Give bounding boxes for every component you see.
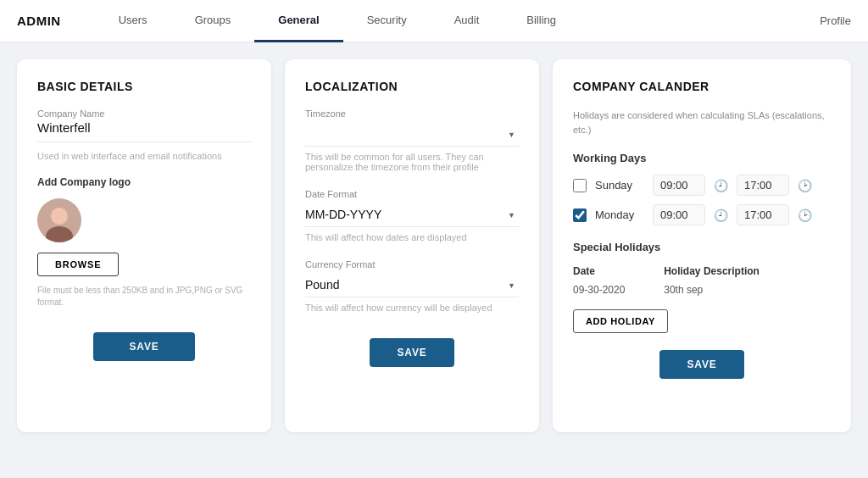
date-format-hint: This will affect how dates are displayed xyxy=(305,232,519,242)
company-name-hint: Used in web interface and email notifica… xyxy=(37,151,251,161)
holiday-description: 30th sep xyxy=(664,281,831,299)
currency-format-label: Currency Format xyxy=(305,259,519,270)
nav-item-general[interactable]: General xyxy=(254,0,342,42)
currency-format-hint: This will affect how currency will be di… xyxy=(305,303,519,313)
timezone-hint: This will be common for all users. They … xyxy=(305,152,519,172)
nav-item-profile[interactable]: Profile xyxy=(820,14,851,27)
date-format-label: Date Format xyxy=(305,189,519,199)
company-name-divider xyxy=(37,142,251,142)
timezone-label: Timezone xyxy=(305,108,519,119)
monday-start-time[interactable] xyxy=(653,204,705,225)
timezone-select-wrapper xyxy=(305,122,519,147)
monday-end-clock-icon: 🕑 xyxy=(798,208,812,222)
localization-card: LOCALIZATION Timezone This will be commo… xyxy=(285,59,539,432)
top-nav: ADMIN Users Groups General Security Audi… xyxy=(0,0,868,42)
localization-save-button[interactable]: SAVE xyxy=(370,338,454,367)
nav-item-users[interactable]: Users xyxy=(95,0,171,42)
sunday-start-clock-icon: 🕘 xyxy=(714,179,728,192)
company-calendar-title: COMPANY CALANDER xyxy=(573,80,831,93)
day-row-monday: Monday 🕘 🕑 xyxy=(573,204,831,225)
sunday-end-clock-icon: 🕑 xyxy=(798,179,812,192)
nav-item-security[interactable]: Security xyxy=(343,0,431,42)
timezone-select[interactable] xyxy=(305,122,519,147)
add-logo-label: Add Company logo xyxy=(37,176,251,188)
currency-format-select[interactable]: Pound xyxy=(305,273,519,297)
nav-item-groups[interactable]: Groups xyxy=(171,0,255,42)
file-format-hint: File must be less than 250KB and in JPG,… xyxy=(37,285,251,308)
monday-end-time[interactable] xyxy=(737,204,789,225)
company-calendar-subtitle: Holidays are considered when calculating… xyxy=(573,108,831,136)
main-content: BASIC DETAILS Company Name Winterfell Us… xyxy=(0,42,868,449)
company-name-label: Company Name xyxy=(37,108,251,119)
nav-brand: ADMIN xyxy=(17,14,61,28)
nav-item-audit[interactable]: Audit xyxy=(431,0,504,42)
basic-details-title: BASIC DETAILS xyxy=(37,80,251,93)
basic-details-card: BASIC DETAILS Company Name Winterfell Us… xyxy=(17,59,271,432)
date-format-select[interactable]: MM-DD-YYYY xyxy=(305,203,519,227)
day-row-sunday: Sunday 🕘 🕑 xyxy=(573,175,831,196)
sunday-start-time[interactable] xyxy=(653,175,705,196)
holidays-table: Date Holiday Description 09-30-2020 30th… xyxy=(573,262,831,299)
holidays-col-date: Date xyxy=(573,262,664,281)
currency-format-select-wrapper: Pound xyxy=(305,273,519,297)
monday-label: Monday xyxy=(595,208,644,221)
add-holiday-button[interactable]: ADD HOLIDAY xyxy=(573,309,668,333)
browse-button[interactable]: BROWSE xyxy=(37,253,119,276)
date-format-select-wrapper: MM-DD-YYYY xyxy=(305,203,519,227)
working-days-title: Working Days xyxy=(573,152,831,164)
sunday-checkbox[interactable] xyxy=(573,179,587,192)
localization-save-area: SAVE xyxy=(305,338,519,367)
nav-items: Users Groups General Security Audit Bill… xyxy=(95,0,820,42)
nav-item-billing[interactable]: Billing xyxy=(503,0,580,42)
localization-title: LOCALIZATION xyxy=(305,80,519,93)
holiday-date: 09-30-2020 xyxy=(573,281,664,299)
holiday-row: 09-30-2020 30th sep xyxy=(573,281,831,299)
monday-start-clock-icon: 🕘 xyxy=(714,208,728,222)
svg-point-1 xyxy=(51,208,68,225)
holidays-col-description: Holiday Description xyxy=(664,262,831,281)
sunday-end-time[interactable] xyxy=(737,175,789,196)
company-logo-avatar xyxy=(37,198,81,242)
company-name-value: Winterfell xyxy=(37,120,251,135)
calendar-save-area: SAVE xyxy=(573,350,831,379)
calendar-save-button[interactable]: SAVE xyxy=(659,350,744,379)
sunday-label: Sunday xyxy=(595,179,644,192)
monday-checkbox[interactable] xyxy=(573,208,587,222)
special-holidays-title: Special Holidays xyxy=(573,241,831,253)
basic-details-save-button[interactable]: SAVE xyxy=(93,332,195,361)
company-calendar-card: COMPANY CALANDER Holidays are considered… xyxy=(553,59,851,432)
